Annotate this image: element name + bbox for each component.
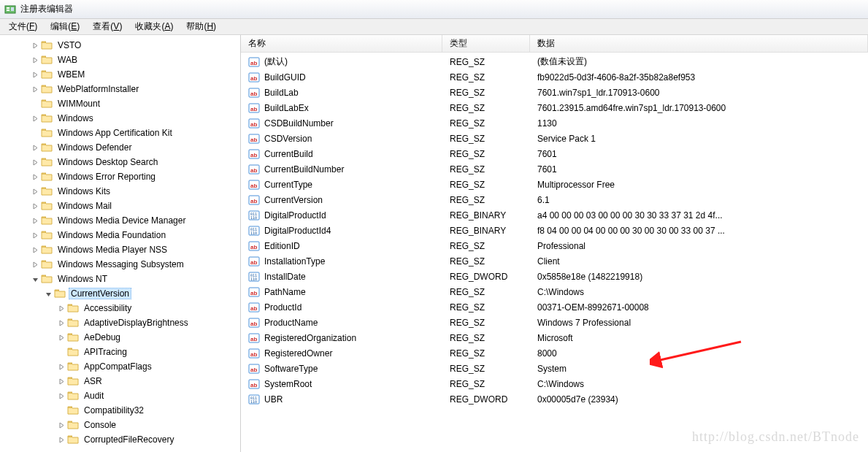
tree-item[interactable]: Windows (0, 111, 240, 126)
expander-closed-icon[interactable] (31, 158, 39, 166)
expander-closed-icon[interactable] (57, 333, 66, 342)
list-row[interactable]: abBuildLabExREG_SZ7601.23915.amd64fre.wi… (241, 100, 868, 115)
expander-closed-icon[interactable] (31, 143, 39, 152)
tree-item[interactable]: APITracing (0, 345, 240, 359)
value-type: REG_SZ (442, 88, 530, 98)
list-row[interactable]: abCurrentVersionREG_SZ6.1 (241, 192, 868, 207)
expander-closed-icon[interactable] (31, 231, 39, 240)
tree-item[interactable]: ASR (0, 374, 240, 388)
tree-item[interactable]: Windows Defender (0, 140, 240, 155)
col-header-data[interactable]: 数据 (530, 35, 868, 52)
tree-item[interactable]: Windows App Certification Kit (0, 126, 240, 140)
expander-closed-icon[interactable] (31, 114, 39, 123)
list-row[interactable]: abCurrentBuildREG_SZ7601 (241, 146, 868, 161)
expander-closed-icon[interactable] (31, 85, 39, 93)
value-type: REG_SZ (442, 241, 530, 251)
tree-item[interactable]: CorruptedFileRecovery (0, 432, 240, 447)
tree-item[interactable]: AeDebug (0, 330, 240, 345)
list-row[interactable]: abEditionIDREG_SZProfessional (241, 238, 868, 253)
tree-item[interactable]: WIMMount (0, 96, 240, 111)
tree-item[interactable]: Windows Kits (0, 184, 240, 199)
list-row[interactable]: abSoftwareTypeREG_SZSystem (241, 361, 868, 376)
value-type: REG_SZ (442, 72, 530, 83)
folder-icon (41, 172, 53, 182)
tree-item[interactable]: AppCompatFlags (0, 359, 240, 374)
tree-item[interactable]: CurrentVersion (0, 286, 240, 301)
tree-item[interactable]: Audit (0, 388, 240, 403)
tree-item[interactable]: Windows Mail (0, 199, 240, 213)
list-row[interactable]: abCurrentBuildNumberREG_SZ7601 (241, 161, 868, 177)
menu-f[interactable]: 文件(F) (3, 19, 43, 34)
list-row[interactable]: 011110UBRREG_DWORD0x00005d7e (23934) (241, 391, 868, 407)
list-row[interactable]: abCSDVersionREG_SZService Pack 1 (241, 131, 868, 146)
tree-item[interactable]: Compatibility32 (0, 403, 240, 418)
expander-closed-icon[interactable] (57, 318, 66, 327)
menu-a[interactable]: 收藏夹(A) (129, 19, 179, 34)
value-name: BuildLabEx (264, 103, 309, 113)
expander-closed-icon[interactable] (31, 55, 39, 64)
list-row[interactable]: abRegisteredOrganizationREG_SZMicrosoft (241, 330, 868, 345)
menubar: 文件(F)编辑(E)查看(V)收藏夹(A)帮助(H) (0, 19, 868, 35)
list-row[interactable]: abRegisteredOwnerREG_SZ8000 (241, 345, 868, 361)
expander-closed-icon[interactable] (31, 187, 39, 196)
tree-item-label: Windows Desktop Search (55, 156, 160, 168)
svg-text:110: 110 (250, 277, 257, 281)
tree-item[interactable]: Windows Media Foundation (0, 228, 240, 242)
expander-closed-icon[interactable] (31, 245, 39, 254)
tree-item[interactable]: AdaptiveDisplayBrightness (0, 315, 240, 330)
tree-item[interactable]: Accessibility (0, 301, 240, 315)
expander-closed-icon[interactable] (31, 260, 39, 269)
menu-v[interactable]: 查看(V) (87, 19, 128, 34)
expander-closed-icon[interactable] (57, 304, 66, 313)
expander-closed-icon[interactable] (31, 202, 39, 210)
list-row[interactable]: abCurrentTypeREG_SZMultiprocessor Free (241, 177, 868, 192)
string-value-icon: ab (248, 148, 260, 160)
tree-item[interactable]: Windows NT (0, 272, 240, 286)
list-row[interactable]: abCSDBuildNumberREG_SZ1130 (241, 115, 868, 131)
list-row[interactable]: abProductIdREG_SZ00371-OEM-8992671-00008 (241, 299, 868, 315)
list-row[interactable]: abPathNameREG_SZC:\Windows (241, 284, 868, 299)
value-name: CurrentBuildNumber (264, 164, 344, 175)
expander-closed-icon[interactable] (57, 421, 66, 429)
expander-closed-icon[interactable] (57, 362, 66, 371)
list-row[interactable]: 011110InstallDateREG_DWORD0x5858e18e (14… (241, 269, 868, 284)
expander-closed-icon[interactable] (31, 172, 39, 181)
tree-item-label: Windows Mail (55, 200, 114, 212)
expander-closed-icon[interactable] (31, 216, 39, 225)
list-row[interactable]: abSystemRootREG_SZC:\Windows (241, 376, 868, 391)
list-row[interactable]: abProductNameREG_SZWindows 7 Professiona… (241, 315, 868, 330)
list-row[interactable]: abBuildLabREG_SZ7601.win7sp1_ldr.170913-… (241, 85, 868, 100)
list-row[interactable]: abBuildGUIDREG_SZfb9022d5-0d3f-4606-8a2f… (241, 69, 868, 85)
expander-open-icon[interactable] (31, 275, 39, 283)
tree-item[interactable]: Windows Desktop Search (0, 155, 240, 169)
tree-item[interactable]: Windows Media Player NSS (0, 242, 240, 257)
tree-item[interactable]: WAB (0, 53, 240, 67)
expander-closed-icon[interactable] (57, 435, 66, 444)
tree-item[interactable]: Windows Error Reporting (0, 169, 240, 184)
expander-open-icon[interactable] (44, 289, 53, 298)
tree-item[interactable]: WBEM (0, 67, 240, 82)
value-name: PathName (264, 287, 306, 297)
expander-closed-icon[interactable] (31, 70, 39, 79)
value-type: REG_SZ (442, 364, 530, 374)
expander-closed-icon[interactable] (57, 391, 66, 400)
expander-closed-icon[interactable] (31, 41, 39, 50)
menu-e[interactable]: 编辑(E) (45, 19, 85, 34)
col-header-name[interactable]: 名称 (241, 35, 442, 52)
tree-item[interactable]: Windows Messaging Subsystem (0, 257, 240, 272)
string-value-icon: ab (248, 363, 260, 375)
list-row[interactable]: 011110DigitalProductId4REG_BINARYf8 04 0… (241, 223, 868, 238)
folder-icon (41, 186, 53, 196)
tree-item[interactable]: Console (0, 418, 240, 432)
tree-pane[interactable]: VSTOWABWBEMWebPlatformInstallerWIMMountW… (0, 35, 241, 452)
list-row[interactable]: 011110DigitalProductIdREG_BINARYa4 00 00… (241, 207, 868, 223)
tree-item[interactable]: WebPlatformInstaller (0, 82, 240, 96)
list-row[interactable]: ab(默认)REG_SZ(数值未设置) (241, 54, 868, 69)
expander-closed-icon[interactable] (57, 377, 66, 386)
folder-icon (41, 274, 53, 284)
list-row[interactable]: abInstallationTypeREG_SZClient (241, 253, 868, 269)
tree-item[interactable]: Windows Media Device Manager (0, 213, 240, 228)
tree-item[interactable]: VSTO (0, 38, 240, 53)
menu-h[interactable]: 帮助(H) (180, 19, 222, 34)
col-header-type[interactable]: 类型 (442, 35, 530, 52)
